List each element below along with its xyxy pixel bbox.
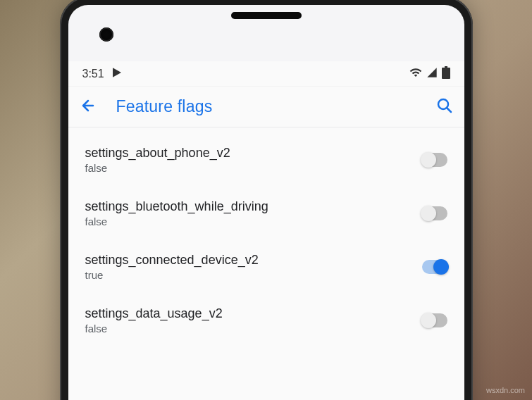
setting-value: false	[85, 323, 422, 335]
setting-value: false	[85, 215, 422, 227]
setting-text: settings_data_usage_v2 false	[85, 306, 422, 335]
setting-text: settings_bluetooth_while_driving false	[85, 199, 422, 227]
toggle-data-usage[interactable]	[422, 313, 447, 327]
front-camera	[99, 27, 113, 42]
setting-item-about-phone[interactable]: settings_about_phone_v2 false	[68, 133, 464, 187]
setting-value: false	[85, 162, 422, 174]
toggle-bluetooth-driving[interactable]	[422, 206, 447, 220]
setting-item-bluetooth-driving[interactable]: settings_bluetooth_while_driving false	[68, 187, 464, 240]
setting-value: true	[85, 269, 422, 281]
watermark: wsxdn.com	[486, 386, 525, 394]
phone-screen-container: 3:51	[68, 5, 464, 400]
setting-text: settings_about_phone_v2 false	[85, 146, 422, 174]
back-button[interactable]	[80, 97, 97, 117]
search-button[interactable]	[436, 97, 453, 117]
settings-list: settings_about_phone_v2 false settings_b…	[68, 127, 464, 353]
toggle-connected-device[interactable]	[422, 260, 447, 274]
play-store-icon	[111, 67, 123, 81]
toggle-about-phone[interactable]	[422, 153, 447, 167]
setting-text: settings_connected_device_v2 true	[85, 253, 422, 281]
phone-frame: 3:51	[60, 0, 473, 400]
signal-icon	[426, 67, 438, 81]
status-bar: 3:51	[68, 61, 464, 87]
setting-name: settings_connected_device_v2	[85, 253, 422, 268]
battery-icon	[442, 66, 450, 82]
screen: 3:51	[68, 61, 464, 400]
app-bar: Feature flags	[68, 87, 464, 127]
earpiece	[231, 12, 302, 19]
setting-name: settings_data_usage_v2	[85, 306, 422, 321]
status-right	[409, 66, 450, 82]
page-title: Feature flags	[116, 97, 416, 116]
setting-item-data-usage[interactable]: settings_data_usage_v2 false	[68, 294, 464, 347]
status-left: 3:51	[82, 67, 123, 81]
setting-name: settings_about_phone_v2	[85, 146, 422, 161]
setting-item-connected-device[interactable]: settings_connected_device_v2 true	[68, 240, 464, 294]
wifi-icon	[409, 66, 422, 82]
status-time: 3:51	[82, 68, 104, 80]
setting-name: settings_bluetooth_while_driving	[85, 199, 422, 214]
